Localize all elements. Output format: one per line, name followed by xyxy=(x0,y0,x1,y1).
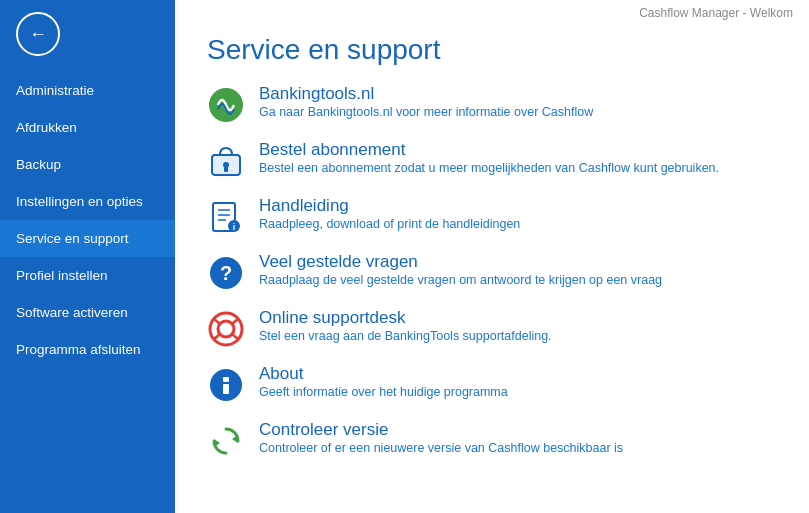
bankingtools-icon xyxy=(207,86,245,124)
page-title: Service en support xyxy=(207,34,777,66)
faq-text: Veel gestelde vragen Raadplaag de veel g… xyxy=(259,252,662,287)
sidebar-item-afdrukken[interactable]: Afdrukken xyxy=(0,109,175,146)
svg-marker-22 xyxy=(232,435,238,443)
support-icon xyxy=(207,310,245,348)
main-content: Cashflow Manager - Welkom Service en sup… xyxy=(175,0,809,513)
sidebar-item-afsluiten[interactable]: Programma afsluiten xyxy=(0,331,175,368)
service-item-handleiding[interactable]: i Handleiding Raadpleeg, download of pri… xyxy=(207,196,777,236)
topbar: Cashflow Manager - Welkom xyxy=(175,0,809,24)
abonnement-title[interactable]: Bestel abonnement xyxy=(259,140,719,160)
svg-rect-21 xyxy=(223,377,229,382)
abonnement-text: Bestel abonnement Bestel een abonnement … xyxy=(259,140,719,175)
faq-icon: ? xyxy=(207,254,245,292)
sidebar-item-instellingen[interactable]: Instellingen en opties xyxy=(0,183,175,220)
back-button[interactable]: ← xyxy=(16,12,60,56)
faq-title[interactable]: Veel gestelde vragen xyxy=(259,252,662,272)
support-title[interactable]: Online supportdesk xyxy=(259,308,552,328)
service-item-abonnement[interactable]: Bestel abonnement Bestel een abonnement … xyxy=(207,140,777,180)
bankingtools-text: Bankingtools.nl Ga naar Bankingtools.nl … xyxy=(259,84,593,119)
service-item-support[interactable]: Online supportdesk Stel een vraag aan de… xyxy=(207,308,777,348)
versie-title[interactable]: Controleer versie xyxy=(259,420,623,440)
about-icon: • xyxy=(207,366,245,404)
svg-line-15 xyxy=(232,319,239,325)
sidebar-item-software[interactable]: Software activeren xyxy=(0,294,175,331)
support-desc: Stel een vraag aan de BankingTools suppo… xyxy=(259,329,552,343)
handleiding-icon: i xyxy=(207,198,245,236)
svg-line-16 xyxy=(214,334,221,340)
service-item-versie[interactable]: Controleer versie Controleer of er een n… xyxy=(207,420,777,460)
abonnement-icon xyxy=(207,142,245,180)
sidebar-item-administratie[interactable]: Administratie xyxy=(0,72,175,109)
handleiding-title[interactable]: Handleiding xyxy=(259,196,520,216)
sidebar-item-backup[interactable]: Backup xyxy=(0,146,175,183)
versie-text: Controleer versie Controleer of er een n… xyxy=(259,420,623,455)
handleiding-text: Handleiding Raadpleeg, download of print… xyxy=(259,196,520,231)
service-item-about[interactable]: • About Geeft informatie over het huidig… xyxy=(207,364,777,404)
svg-line-14 xyxy=(214,319,221,325)
svg-point-12 xyxy=(210,313,242,345)
sidebar-item-profiel[interactable]: Profiel instellen xyxy=(0,257,175,294)
faq-desc: Raadplaag de veel gestelde vragen om ant… xyxy=(259,273,662,287)
svg-rect-3 xyxy=(224,167,228,172)
about-text: About Geeft informatie over het huidige … xyxy=(259,364,508,399)
service-item-bankingtools[interactable]: Bankingtools.nl Ga naar Bankingtools.nl … xyxy=(207,84,777,124)
svg-marker-23 xyxy=(214,439,220,447)
abonnement-desc: Bestel een abonnement zodat u meer mogel… xyxy=(259,161,719,175)
svg-text:?: ? xyxy=(220,262,232,284)
about-title[interactable]: About xyxy=(259,364,508,384)
about-desc: Geeft informatie over het huidige progra… xyxy=(259,385,508,399)
sidebar: ← Administratie Afdrukken Backup Instell… xyxy=(0,0,175,513)
bankingtools-desc: Ga naar Bankingtools.nl voor meer inform… xyxy=(259,105,593,119)
sidebar-item-service[interactable]: Service en support xyxy=(0,220,175,257)
svg-rect-20 xyxy=(223,384,229,394)
service-item-faq[interactable]: ? Veel gestelde vragen Raadplaag de veel… xyxy=(207,252,777,292)
svg-text:i: i xyxy=(233,222,236,232)
svg-line-17 xyxy=(232,334,239,340)
versie-desc: Controleer of er een nieuwere versie van… xyxy=(259,441,623,455)
support-text: Online supportdesk Stel een vraag aan de… xyxy=(259,308,552,343)
bankingtools-title[interactable]: Bankingtools.nl xyxy=(259,84,593,104)
handleiding-desc: Raadpleeg, download of print de handleid… xyxy=(259,217,520,231)
versie-icon xyxy=(207,422,245,460)
